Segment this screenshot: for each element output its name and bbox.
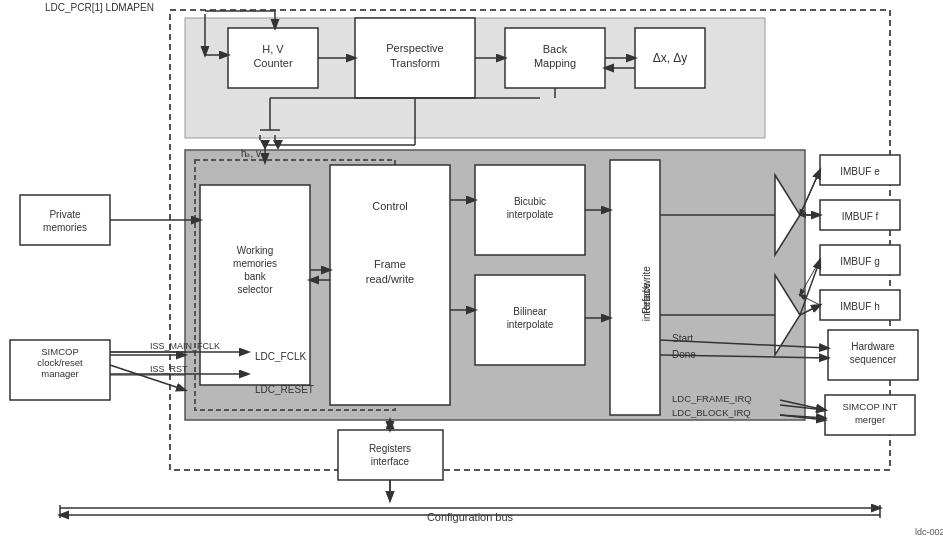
svg-text:clock/reset: clock/reset [37,357,83,368]
bicubic-label: Bicubic [514,196,546,207]
svg-text:interpolate: interpolate [507,209,554,220]
svg-text:Transform: Transform [390,57,440,69]
simcop-int-merger-label: SIMCOP INT [842,401,897,412]
done-label: Done [672,349,696,360]
svg-text:interface: interface [371,456,410,467]
imbuf-g-label: IMBUF g [840,256,879,267]
back-mapping-label: Back [543,43,568,55]
svg-rect-12 [610,160,660,415]
ldc-reset-label: LDC_RESET [255,384,314,395]
svg-rect-15 [338,430,443,480]
private-memories-label: Private [49,209,81,220]
ldc-fclk-label: LDC_FCLK [255,351,306,362]
delta-xy-label: Δx, Δy [653,51,688,65]
imbuf-f-label: IMBUF f [842,211,879,222]
simcop-label: SIMCOP [41,346,78,357]
imbuf-e-label: IMBUF e [840,166,880,177]
svg-text:memories: memories [43,222,87,233]
svg-text:interface: interface [641,282,652,321]
svg-text:selector: selector [237,284,273,295]
iss-main-fclk-label: ISS_MAIN_FCLK [150,341,220,351]
hd-vd-label: hₐ, vₐ [241,148,265,159]
ldc-pcr-label: LDC_PCR[1] LDMAPEN [45,2,154,13]
config-bus-label: Configuration bus [427,511,514,523]
start-label: Start [672,333,693,344]
svg-text:sequencer: sequencer [850,354,897,365]
iss-rst-label: ISS_RST [150,364,188,374]
svg-text:bank: bank [244,271,267,282]
imbuf-h-label: IMBUF h [840,301,879,312]
svg-rect-13 [20,195,110,245]
svg-text:interpolate: interpolate [507,319,554,330]
svg-text:read/write: read/write [366,273,414,285]
svg-text:Counter: Counter [253,57,292,69]
svg-text:manager: manager [41,368,79,379]
svg-text:merger: merger [855,414,885,425]
working-memories-label: Working [237,245,274,256]
svg-text:Frame: Frame [374,258,406,270]
ldc-block-irq-label: LDC_BLOCK_IRQ [672,407,751,418]
svg-text:Mapping: Mapping [534,57,576,69]
svg-text:memories: memories [233,258,277,269]
perspective-transform-label: Perspective [386,42,443,54]
ldc-frame-irq-label: LDC_FRAME_IRQ [672,393,752,404]
registers-interface-label: Registers [369,443,411,454]
diagram-id-label: ldc-002 [915,527,943,537]
hv-counter-label: H, V [262,43,284,55]
control-label: Control [372,200,407,212]
hardware-sequencer-label: Hardware [851,341,895,352]
bilinear-label: Bilinear [513,306,547,317]
